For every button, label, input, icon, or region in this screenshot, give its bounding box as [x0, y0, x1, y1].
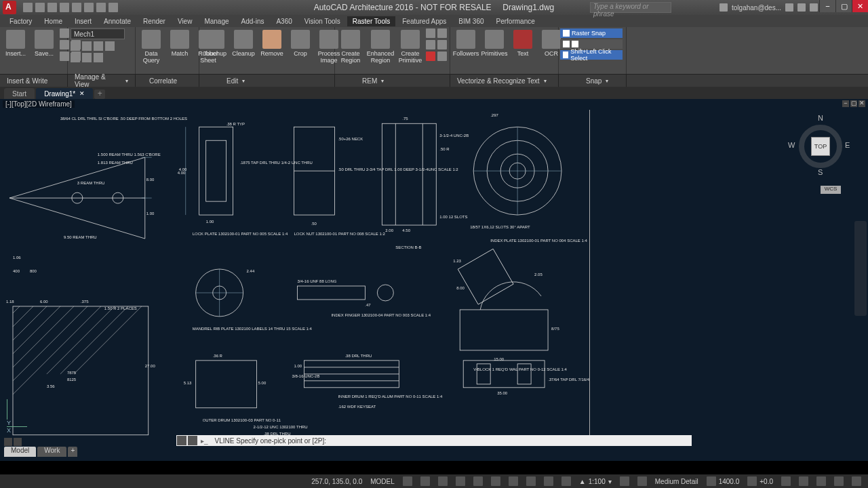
exchange-icon[interactable] [785, 3, 793, 12]
panel-correlate[interactable]: Correlate [136, 75, 199, 87]
tab-bim360[interactable]: BIM 360 [453, 16, 489, 26]
followers-button[interactable]: Followers [453, 28, 479, 58]
panel-snap[interactable]: Snap▾ [559, 75, 627, 87]
signin-icon[interactable] [719, 3, 728, 12]
stayconnected-icon[interactable] [797, 3, 806, 12]
tab-manage[interactable]: Manage [199, 16, 234, 26]
command-text[interactable]: VLINE Specify one-pick point or [2P]: [211, 437, 692, 445]
grid-icon[interactable] [403, 476, 412, 486]
hw-icon[interactable] [816, 476, 826, 486]
tab-home[interactable]: Home [39, 16, 68, 26]
undo-icon[interactable] [84, 3, 94, 12]
dataquery-button[interactable]: Data Query [138, 28, 164, 65]
redo-icon[interactable] [96, 3, 106, 12]
elev-icon[interactable] [707, 476, 716, 486]
match-button[interactable]: Match [167, 28, 193, 58]
tab-rastertools[interactable]: Raster Tools [347, 16, 395, 26]
text-button[interactable]: Text [510, 28, 536, 58]
layout-b-icon[interactable] [14, 438, 22, 446]
viewcube-e[interactable]: E [845, 141, 850, 149]
clean-icon[interactable] [834, 476, 844, 486]
tab-start[interactable]: Start [4, 88, 35, 99]
tab-factory[interactable]: Factory [4, 16, 37, 26]
rem-4[interactable] [437, 40, 447, 49]
snap-icon[interactable] [420, 476, 430, 486]
save-button[interactable]: Save... [31, 28, 57, 58]
minimize-button[interactable]: − [819, 0, 835, 12]
shiftclick-toggle[interactable]: Shift+Left Click Select [560, 50, 623, 60]
wcs-label[interactable]: WCS [821, 186, 841, 194]
help-icon[interactable] [810, 3, 818, 12]
crop-button[interactable]: Crop [288, 28, 313, 58]
plot-icon[interactable] [72, 3, 81, 12]
insert-button[interactable]: Insert... [3, 28, 28, 58]
navigation-bar[interactable] [854, 221, 867, 316]
viewcube[interactable]: TOP N S E W [787, 113, 854, 180]
lwt-icon[interactable] [544, 476, 553, 486]
space-mode[interactable]: MODEL [366, 478, 399, 485]
tab-close-icon[interactable]: ✕ [79, 90, 85, 97]
qat-more-icon[interactable] [108, 3, 118, 12]
ortho-icon[interactable] [438, 476, 448, 486]
custom-icon[interactable] [852, 476, 861, 486]
open-icon[interactable] [35, 3, 45, 12]
primitives-button[interactable]: Primitives [481, 28, 507, 58]
rem-3[interactable] [426, 40, 435, 49]
command-line[interactable]: ▸_ VLINE Specify one-pick point or [2P]: [176, 435, 692, 446]
app-menu-icon[interactable] [3, 1, 16, 14]
add-tab-button[interactable]: + [94, 89, 105, 99]
saveas-icon[interactable] [60, 3, 69, 12]
detail-level[interactable]: Medium Detail [651, 478, 703, 485]
enhregion-button[interactable]: Enhanced Region [366, 28, 395, 65]
drawing-canvas[interactable]: 38/64 CL DRL THRL SI C'BORE .50 DEEP FRO… [3, 110, 590, 446]
tab-addins[interactable]: Add-ins [236, 16, 270, 26]
tab-a360[interactable]: A360 [271, 16, 297, 26]
tab-add[interactable]: + [68, 447, 77, 457]
drawing-area[interactable]: [-][Top][2D Wireframe] −▢✕ 38/64 CL DRL … [0, 99, 868, 461]
panel-edit[interactable]: Edit▾ [199, 75, 335, 87]
rem-1[interactable] [426, 28, 435, 38]
close-button[interactable]: ✕ [852, 0, 868, 12]
rem-5[interactable] [426, 52, 435, 61]
layout-a-icon[interactable] [4, 438, 12, 446]
createprim-button[interactable]: Create Primitive [397, 28, 423, 65]
mv-1[interactable] [71, 41, 80, 51]
mv-7[interactable] [94, 53, 103, 62]
viewcube-top[interactable]: TOP [811, 137, 830, 156]
vp-close-icon[interactable]: ✕ [859, 100, 865, 107]
remove-button[interactable]: Remove [259, 28, 285, 58]
tab-render[interactable]: Render [138, 16, 171, 26]
rem-6[interactable] [437, 52, 447, 61]
viewcube-w[interactable]: W [788, 141, 795, 149]
tab-view[interactable]: View [172, 16, 198, 26]
polar-icon[interactable] [456, 476, 465, 486]
mv-5[interactable] [71, 53, 80, 62]
tab-drawing1[interactable]: Drawing1*✕ [36, 88, 93, 99]
viewcube-n[interactable]: N [818, 114, 823, 122]
cmd-close-icon[interactable] [177, 436, 186, 445]
tab-model[interactable]: Model [4, 447, 36, 457]
tpy-icon[interactable] [561, 476, 571, 486]
panel-vectorize[interactable]: Vectorize & Recognize Text▾ [450, 75, 559, 87]
user-label[interactable]: tolgahan@des... [732, 4, 781, 12]
rem-2[interactable] [437, 28, 447, 38]
isodraft-icon[interactable] [473, 476, 483, 486]
panel-rem[interactable]: REM▾ [335, 75, 450, 87]
cut-icon[interactable] [747, 476, 757, 486]
tab-insert[interactable]: Insert [69, 16, 97, 26]
maximize-button[interactable]: ▢ [835, 0, 852, 12]
touchup-button[interactable]: Touchup [202, 28, 228, 58]
tab-featuredapps[interactable]: Featured Apps [397, 16, 452, 26]
new-icon[interactable] [23, 3, 33, 12]
iso-icon[interactable] [799, 476, 808, 486]
cleanup-button[interactable]: Cleanup [231, 28, 256, 58]
cmd-opts-icon[interactable] [188, 436, 197, 445]
panel-manageview[interactable]: Manage & View▾ [68, 75, 136, 87]
box-icon[interactable] [637, 476, 647, 486]
layer-combo[interactable]: Mech1 [71, 28, 125, 39]
mv-3[interactable] [94, 41, 103, 51]
anno-scale[interactable]: ▲ 1:100 ▾ [575, 478, 616, 485]
panel-insertwrite[interactable]: Insert & Write [0, 75, 68, 87]
tab-annotate[interactable]: Annotate [98, 16, 136, 26]
save-icon[interactable] [47, 3, 57, 12]
